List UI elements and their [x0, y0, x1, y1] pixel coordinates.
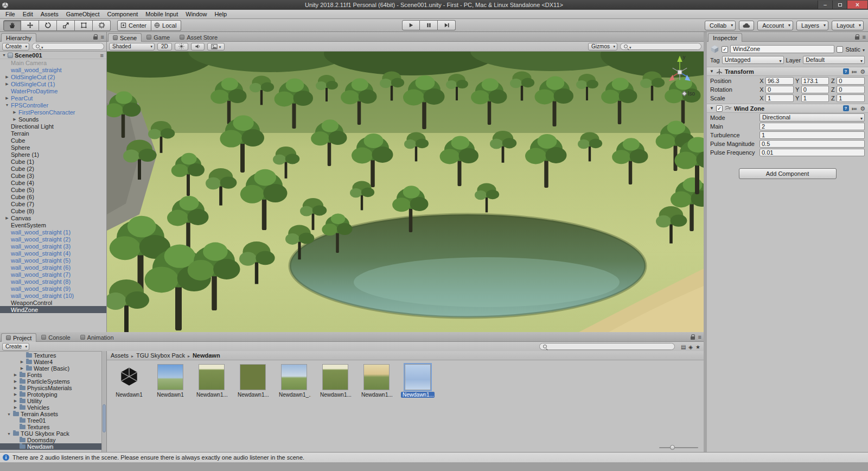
project-tree-scrollbar[interactable]	[101, 351, 106, 452]
folder-expand-arrow-icon[interactable]: ▶	[13, 399, 18, 403]
windzone-enabled-checkbox[interactable]	[716, 105, 723, 112]
asset-item-6[interactable]: Newdawn1...	[318, 364, 352, 398]
transform-position-y-field[interactable]: 173.1	[801, 77, 829, 85]
folder-expand-arrow-icon[interactable]: ▶	[20, 360, 24, 364]
windzone-component-header[interactable]: ▼ Wind Zone	[707, 104, 868, 113]
asset-item-5[interactable]: Newdawn1_...	[277, 364, 311, 398]
preset-icon[interactable]	[852, 68, 858, 75]
lighting-toggle-button[interactable]	[175, 43, 188, 50]
windzone-gear-icon[interactable]	[860, 105, 865, 112]
project-menu-icon[interactable]	[698, 334, 701, 340]
search-by-label-icon[interactable]	[688, 343, 693, 350]
sceneview-tab-game[interactable]: Game	[142, 33, 175, 41]
rect-tool-button[interactable]	[75, 20, 93, 31]
hierarchy-item-waterprodaytime[interactable]: WaterProDaytime	[0, 87, 106, 94]
windzone-main-field[interactable]: 2	[760, 123, 865, 130]
hierarchy-item-wall-wood-straight-7[interactable]: wall_wood_straight (7)	[0, 271, 106, 278]
expand-arrow-icon[interactable]: ▼	[4, 103, 10, 107]
pause-button[interactable]	[420, 20, 438, 30]
step-button[interactable]	[438, 20, 456, 30]
folder-expand-arrow-icon[interactable]: ▶	[13, 379, 18, 384]
menu-component[interactable]: Component	[103, 10, 142, 18]
hierarchy-item-cube-7[interactable]: Cube (7)	[0, 200, 106, 207]
hierarchy-item-firstpersoncharacter[interactable]: ▶FirstPersonCharacter	[0, 109, 106, 116]
2d-toggle-button[interactable]: 2D	[157, 43, 172, 50]
hierarchy-item-cube-6[interactable]: Cube (6)	[0, 193, 106, 200]
layout-dropdown[interactable]: Layout	[832, 21, 864, 30]
folder-expand-arrow-icon[interactable]: ▼	[7, 432, 11, 436]
sceneview-tab-scene[interactable]: Scene	[108, 33, 142, 42]
static-checkbox[interactable]	[837, 46, 843, 53]
project-lock-icon[interactable]	[691, 336, 695, 340]
menu-edit[interactable]: Edit	[19, 10, 37, 18]
hierarchy-item-wall-wood-straight-1[interactable]: wall_wood_straight (1)	[0, 228, 106, 236]
asset-item-7[interactable]: Newdawn1...	[360, 364, 393, 398]
inspector-menu-icon[interactable]	[863, 34, 866, 40]
scene-header-row[interactable]: ▼ Scene001	[0, 52, 106, 59]
space-local-button[interactable]: Local	[151, 20, 181, 31]
hierarchy-item-sphere-1[interactable]: Sphere (1)	[0, 151, 106, 158]
play-button[interactable]	[402, 20, 420, 30]
hierarchy-item-terrain[interactable]: Terrain	[0, 130, 106, 137]
project-folder-water4[interactable]: ▶Water4	[0, 359, 106, 365]
slider-knob[interactable]	[670, 445, 675, 450]
menu-help[interactable]: Help	[210, 10, 231, 18]
windzone-help-book-icon[interactable]	[843, 105, 849, 111]
cloud-button[interactable]	[739, 21, 754, 30]
hierarchy-item-pearcut[interactable]: ▶PearCut	[0, 94, 106, 101]
project-folder-textures[interactable]: Textures	[0, 424, 106, 430]
hierarchy-item-wall-wood-straight-5[interactable]: wall_wood_straight (5)	[0, 257, 106, 264]
expand-arrow-icon[interactable]: ▶	[4, 216, 10, 220]
folder-expand-arrow-icon[interactable]: ▼	[7, 412, 11, 416]
windzone-pulse-magnitude-field[interactable]: 0.5	[760, 140, 865, 148]
windzone-pulse-frequency-field[interactable]: 0.01	[760, 149, 865, 156]
expand-arrow-icon[interactable]: ▶	[12, 117, 17, 122]
folder-expand-arrow-icon[interactable]: ▶	[13, 392, 18, 397]
effects-dropdown-button[interactable]	[207, 43, 225, 50]
transform-rotation-z-field[interactable]: 0	[837, 86, 865, 93]
menu-gameobject[interactable]: GameObject	[62, 10, 104, 18]
hierarchy-item-cube-2[interactable]: Cube (2)	[0, 165, 106, 172]
hierarchy-item-directional-light[interactable]: Directional Light	[0, 123, 106, 130]
minimize-button[interactable]	[818, 1, 832, 9]
project-folder-newdawn[interactable]: Newdawn	[0, 443, 106, 450]
hierarchy-item-cube-3[interactable]: Cube (3)	[0, 172, 106, 179]
folder-expand-arrow-icon[interactable]: ▶	[13, 405, 18, 410]
hierarchy-item-sounds[interactable]: ▶Sounds	[0, 116, 106, 123]
hierarchy-item-main-camera[interactable]: Main Camera	[0, 59, 106, 66]
folder-expand-arrow-icon[interactable]: ▶	[20, 366, 24, 371]
project-folder-doomsday[interactable]: Doomsday	[0, 437, 106, 443]
scene-viewport[interactable]: y Iso	[107, 52, 704, 332]
bottompanel-tab-console[interactable]: Console	[36, 333, 75, 341]
project-folder-particlesystems[interactable]: ▶ParticleSystems	[0, 378, 106, 385]
folder-expand-arrow-icon[interactable]: ▶	[13, 373, 18, 377]
slider-track[interactable]	[659, 447, 698, 448]
scene-expand-arrow-icon[interactable]: ▼	[2, 53, 6, 57]
hierarchy-item-wall-wood-straight-4[interactable]: wall_wood_straight (4)	[0, 250, 106, 257]
windzone-turbulence-field[interactable]: 1	[760, 131, 865, 139]
hierarchy-item-cube-4[interactable]: Cube (4)	[0, 179, 106, 186]
hierarchy-create-button[interactable]: Create	[2, 43, 29, 50]
hierarchy-item-wall-wood-straight-9[interactable]: wall_wood_straight (9)	[0, 285, 106, 292]
scene-gizmo[interactable]: y	[659, 52, 700, 93]
audio-toggle-button[interactable]	[191, 43, 205, 50]
thumbnail-size-slider[interactable]	[659, 445, 698, 450]
hierarchy-item-wall-wood-straight-10[interactable]: wall_wood_straight (10)	[0, 292, 106, 299]
transform-rotation-y-field[interactable]: 0	[801, 86, 829, 93]
project-folder-vehicles[interactable]: ▶Vehicles	[0, 404, 106, 411]
scale-tool-button[interactable]	[57, 20, 75, 31]
hierarchy-item-cube-1[interactable]: Cube (1)	[0, 158, 106, 165]
hierarchy-item-wall-wood-straight-6[interactable]: wall_wood_straight (6)	[0, 264, 106, 271]
breadcrumb-assets[interactable]: Assets	[111, 352, 129, 359]
transform-rotation-x-field[interactable]: 0	[765, 86, 794, 93]
lock-icon[interactable]	[93, 36, 98, 40]
project-folder-utility[interactable]: ▶Utility	[0, 398, 106, 404]
project-search-input[interactable]	[539, 343, 675, 350]
search-by-type-icon[interactable]	[681, 343, 686, 350]
tag-dropdown[interactable]: Untagged	[722, 56, 784, 64]
add-component-button[interactable]: Add Component	[739, 168, 837, 179]
asset-item-3[interactable]: Newdawn1...	[195, 364, 228, 398]
transform-scale-z-field[interactable]: 1	[837, 94, 865, 102]
transform-tool-button[interactable]	[93, 20, 111, 31]
status-bar[interactable]: There are 2 audio listeners in the scene…	[0, 452, 868, 462]
